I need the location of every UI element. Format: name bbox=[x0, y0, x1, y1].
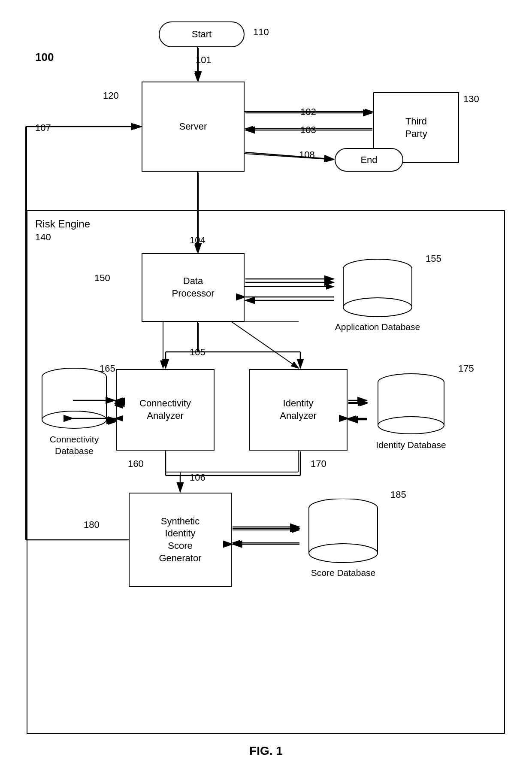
application-db-label: Application Database bbox=[335, 321, 420, 333]
server-node: Server bbox=[142, 82, 245, 172]
figure-label: FIG. 1 bbox=[0, 744, 532, 758]
score-db-label: Score Database bbox=[311, 567, 376, 578]
end-label: End bbox=[360, 154, 377, 166]
server-label: Server bbox=[179, 121, 207, 133]
ref-165: 165 bbox=[100, 363, 115, 374]
connectivity-db-icon bbox=[38, 367, 111, 432]
connectivity-db-container: Connectivity Database bbox=[33, 360, 115, 463]
identity-db-icon bbox=[374, 373, 449, 437]
application-db-icon bbox=[339, 259, 416, 319]
connectivity-analyzer-label: Connectivity Analyzer bbox=[139, 397, 191, 422]
ref-160: 160 bbox=[128, 458, 144, 469]
connectivity-analyzer-node: Connectivity Analyzer bbox=[116, 369, 215, 451]
ref-101: 101 bbox=[196, 54, 212, 66]
score-db-icon bbox=[305, 499, 382, 565]
ref-100: 100 bbox=[35, 51, 54, 64]
ref-108: 108 bbox=[299, 149, 315, 160]
ref-107: 107 bbox=[35, 122, 51, 133]
start-node: Start bbox=[159, 21, 245, 47]
identity-db-label: Identity Database bbox=[376, 439, 446, 451]
ref-104: 104 bbox=[190, 235, 206, 246]
score-db-container: Score Database bbox=[300, 485, 386, 592]
ref-103: 103 bbox=[300, 124, 316, 136]
synthetic-score-label: Synthetic Identity Score Generator bbox=[159, 515, 201, 564]
svg-line-62 bbox=[245, 152, 334, 159]
identity-analyzer-label: Identity Analyzer bbox=[280, 397, 317, 422]
risk-engine-label: Risk Engine bbox=[35, 218, 90, 230]
diagram-container: 100 Start 110 101 Server 120 Third Party… bbox=[0, 0, 532, 775]
svg-line-25 bbox=[245, 154, 334, 160]
ref-185: 185 bbox=[390, 489, 406, 500]
data-processor-node: Data Processor bbox=[142, 253, 245, 322]
ref-175: 175 bbox=[458, 363, 474, 374]
ref-102: 102 bbox=[300, 106, 316, 118]
synthetic-score-node: Synthetic Identity Score Generator bbox=[129, 493, 232, 587]
ref-170: 170 bbox=[311, 458, 326, 469]
ref-106: 106 bbox=[190, 472, 206, 483]
risk-engine-box bbox=[27, 210, 505, 734]
start-label: Start bbox=[192, 29, 212, 40]
ref-120: 120 bbox=[103, 90, 119, 101]
svg-point-14 bbox=[378, 417, 444, 434]
end-node: End bbox=[335, 148, 403, 172]
connectivity-db-label: Connectivity Database bbox=[33, 433, 115, 457]
third-party-label: Third Party bbox=[405, 115, 427, 140]
ref-140: 140 bbox=[35, 232, 51, 243]
ref-130: 130 bbox=[463, 94, 479, 105]
svg-point-19 bbox=[309, 544, 378, 563]
ref-150: 150 bbox=[94, 272, 110, 284]
identity-db-container: Identity Database bbox=[368, 360, 454, 463]
application-db-container: Application Database bbox=[335, 249, 420, 343]
svg-point-4 bbox=[343, 298, 412, 317]
ref-155: 155 bbox=[426, 253, 441, 264]
ref-110: 110 bbox=[253, 27, 269, 38]
ref-180: 180 bbox=[84, 519, 100, 530]
identity-analyzer-node: Identity Analyzer bbox=[249, 369, 348, 451]
ref-105: 105 bbox=[190, 347, 206, 358]
data-processor-label: Data Processor bbox=[172, 275, 214, 300]
svg-point-9 bbox=[42, 411, 106, 428]
